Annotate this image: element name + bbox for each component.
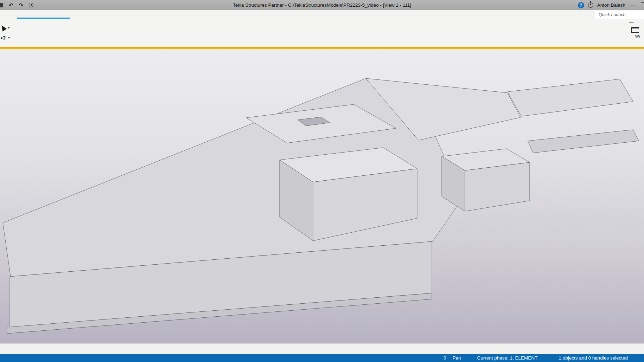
help-icon[interactable]: ? bbox=[578, 2, 584, 8]
title-bar: ↶ ↷ Tekla Structures Partner - C:\TeklaS… bbox=[0, 0, 644, 10]
orientation-gizmo[interactable] bbox=[615, 302, 643, 329]
chevron-down-icon: ▼ bbox=[7, 36, 10, 39]
ribbon: ▼ ▪? ▼ — Wi bbox=[0, 19, 644, 47]
cursor-icon bbox=[0, 24, 7, 32]
status-selection: 1 objects and 0 handles selected bbox=[559, 355, 628, 361]
undo-icon[interactable]: ↶ bbox=[9, 2, 13, 8]
structural-model-3d-view bbox=[0, 49, 644, 343]
restore-icon[interactable] bbox=[641, 2, 644, 8]
ribbon-left-tools: ▼ ▪? ▼ bbox=[0, 19, 14, 47]
inquire-tool-button[interactable]: ▪? ▼ bbox=[1, 35, 10, 41]
ribbon-window-corner: — Wi bbox=[626, 19, 644, 47]
select-tool-button[interactable]: ▼ bbox=[1, 25, 10, 31]
collapse-ribbon-button[interactable]: — bbox=[629, 19, 633, 25]
model-viewport[interactable] bbox=[0, 49, 644, 343]
redo-icon[interactable]: ↷ bbox=[19, 2, 24, 8]
status-count: 0 bbox=[444, 355, 446, 361]
window-label: Wi bbox=[635, 34, 640, 38]
user-name[interactable]: Anton Balash bbox=[597, 2, 625, 8]
history-icon[interactable] bbox=[29, 3, 33, 7]
inquire-icon: ▪? bbox=[1, 35, 6, 41]
active-tab-underline bbox=[17, 18, 70, 19]
window-icon[interactable] bbox=[631, 27, 639, 33]
quick-launch-input[interactable]: Quick Launch bbox=[595, 11, 644, 19]
chevron-down-icon: ▼ bbox=[7, 26, 10, 30]
bottom-toolbar bbox=[0, 343, 644, 354]
save-icon[interactable] bbox=[0, 3, 3, 7]
timer-icon[interactable] bbox=[588, 2, 593, 8]
ribbon-tab-row: Quick Launch bbox=[0, 10, 644, 19]
minimize-button[interactable]: — bbox=[629, 2, 637, 8]
status-mode: Pan bbox=[453, 355, 461, 361]
status-bar: 0 Pan Current phase: 1, ELEMENT 1 object… bbox=[0, 354, 644, 362]
status-phase: Current phase: 1, ELEMENT bbox=[477, 355, 538, 361]
window-title: Tekla Structures Partner - C:\TeklaStruc… bbox=[233, 2, 411, 8]
